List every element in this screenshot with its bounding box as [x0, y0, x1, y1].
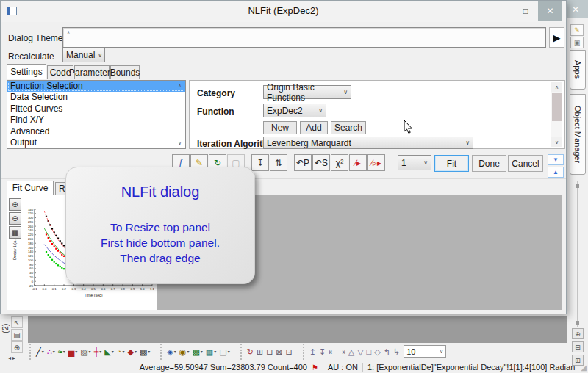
tab-parameters[interactable]: Parameters [74, 65, 110, 79]
chevron-down-icon[interactable]: ▾ [53, 345, 55, 358]
object-zoom-combo[interactable]: 10∨ [404, 345, 446, 358]
revert-p-icon[interactable]: ↶P [294, 154, 312, 171]
tab-settings[interactable]: Settings [7, 64, 46, 79]
close-button[interactable]: ✕ [538, 1, 562, 21]
pie-chart-icon[interactable]: ◔▾ [116, 345, 126, 358]
front-object-icon[interactable]: ↥ [309, 345, 317, 358]
chevron-down-icon[interactable]: ▾ [174, 345, 176, 358]
box-chart-icon[interactable]: ┿▾ [93, 345, 103, 358]
image-plot-icon[interactable]: ▦▾ [205, 345, 217, 358]
dock-splitter[interactable] [577, 181, 578, 327]
align-right-icon[interactable]: ⇥ [337, 345, 345, 358]
zoom-out-icon[interactable]: ⊖ [9, 212, 21, 225]
layer-arrange-icon[interactable]: ⊡ [285, 345, 293, 358]
chevron-down-icon[interactable]: ▾ [201, 345, 203, 358]
search-button[interactable]: Search [331, 121, 366, 134]
dock-expand-icon[interactable]: ⊞ [572, 355, 584, 366]
n-iterations-icon[interactable]: ∕▹▸ [368, 154, 385, 171]
scatter-plot-icon[interactable]: ∴▾ [46, 345, 56, 358]
sort-params-icon[interactable]: ↧ [251, 154, 269, 171]
chevron-down-icon[interactable]: ▾ [42, 345, 44, 358]
settings-item-find-x-y[interactable]: Find X/Y [7, 115, 185, 126]
one-iteration-icon[interactable]: ∕▸ [349, 154, 367, 171]
chevron-down-icon[interactable]: ▾ [228, 345, 230, 358]
chevron-down-icon[interactable]: ▾ [214, 345, 216, 358]
dock-zoom-icon[interactable]: ⊕ [572, 328, 584, 339]
revert-s-icon[interactable]: ↶S [312, 154, 330, 171]
chevron-down-icon[interactable]: ▾ [75, 345, 77, 358]
rotate-left-icon[interactable]: ↰ [383, 345, 391, 358]
zoom-tool-icon[interactable]: ⊕ [11, 341, 23, 353]
align-left-icon[interactable]: ⇤ [328, 345, 336, 358]
merge-graphs-icon[interactable]: ⊟ [265, 345, 273, 358]
scroll-up-icon[interactable]: ∧ [551, 82, 562, 92]
chevron-down-icon[interactable]: ▾ [122, 345, 124, 358]
align-top-icon[interactable]: △ [348, 345, 355, 358]
line-plot-icon[interactable]: ╱▾ [35, 345, 45, 358]
cancel-button[interactable]: Cancel [508, 155, 543, 172]
tab-fit-curve[interactable]: Fit Curve [7, 181, 54, 195]
pointer-tool-icon[interactable]: ↖ [11, 316, 23, 328]
chevron-down-icon[interactable]: ▾ [99, 345, 101, 358]
extract-layer-icon[interactable]: ⊠ [275, 345, 283, 358]
3d-colormap-plot-icon[interactable]: ◉▾ [179, 345, 190, 358]
fit-button[interactable]: Fit [434, 155, 469, 172]
theme-flyout-button[interactable]: ▶ [549, 27, 564, 48]
chevron-down-icon[interactable]: ▾ [187, 345, 189, 358]
iterations-count-combo[interactable]: 1 ∨ [398, 155, 431, 170]
add-button[interactable]: Add [300, 121, 328, 134]
chevron-down-icon[interactable]: ▾ [63, 345, 65, 358]
chi-sqr-icon[interactable]: χ² [331, 154, 348, 171]
blank-template-icon[interactable]: ▢▾ [218, 345, 230, 358]
rescale-axes-icon[interactable]: ▦ [9, 226, 21, 239]
chevron-down-icon[interactable]: ▾ [135, 345, 137, 358]
settings-item-output[interactable]: Output [7, 137, 185, 148]
scroll-down-icon[interactable]: ∨ [551, 137, 562, 147]
list-scroll-down[interactable]: ∨ [175, 139, 184, 148]
dialog-titlebar[interactable]: NLFit (ExpDec2) — □ ✕ [1, 1, 566, 22]
stock-plot-icon[interactable]: ◆▾ [126, 345, 137, 358]
main-window-close-button[interactable]: ✕ [563, 0, 588, 18]
tab-bounds[interactable]: Bounds [110, 65, 140, 79]
area-plot-icon[interactable]: ◣▾ [104, 345, 114, 358]
zoom-in-icon[interactable]: ⊕ [9, 198, 21, 211]
template-plot-icon[interactable]: ▨▾ [79, 345, 91, 358]
list-scroll-up[interactable]: ∧ [175, 82, 184, 90]
dock-collapse-icon[interactable]: ⊟ [572, 341, 584, 352]
side-tab-object-manager[interactable]: Object Manager [570, 94, 586, 175]
chevron-down-icon[interactable]: ▾ [89, 345, 91, 358]
rescale-graph-icon[interactable]: ↻ [246, 345, 254, 358]
panel-scrollbar[interactable]: ∧ ∨ [551, 82, 562, 147]
collapse-dialog-button[interactable]: ▼ [548, 154, 564, 165]
back-object-icon[interactable]: ↧ [318, 345, 326, 358]
function-combo[interactable]: ExpDec2 ∨ [263, 104, 326, 117]
settings-item-fitted-curves[interactable]: Fitted Curves [7, 104, 185, 115]
recalculate-combo[interactable]: Manual ∨ [62, 48, 105, 62]
align-bottom-icon[interactable]: ▽ [356, 345, 364, 358]
minimize-button[interactable]: — [492, 1, 512, 21]
settings-item-function-selection[interactable]: Function Selection [7, 81, 185, 92]
side-edit-icon[interactable]: ✎ [570, 24, 584, 36]
column-plot-icon[interactable]: ▅▾ [68, 345, 78, 358]
settings-item-data-selection[interactable]: Data Selection [7, 92, 185, 103]
line-symbol-plot-icon[interactable]: ≈▾ [57, 345, 66, 358]
iteration-algorithm-combo[interactable]: Levenberg Marquardt ∨ [263, 137, 473, 149]
3d-plot-icon[interactable]: ▩▾ [139, 345, 151, 358]
chevron-down-icon[interactable]: ▾ [112, 345, 114, 358]
3d-surface-plot-icon[interactable]: ◈▾ [166, 345, 176, 358]
dialog-theme-input[interactable]: * [62, 27, 546, 48]
maximize-button[interactable]: □ [515, 1, 536, 21]
side-tab-apps[interactable]: Apps [570, 50, 586, 90]
new-button[interactable]: New [263, 121, 297, 134]
done-button[interactable]: Done [472, 155, 506, 172]
category-combo[interactable]: Origin Basic Functions ∨ [263, 85, 351, 99]
add-layer-icon[interactable]: ⊞ [256, 345, 264, 358]
scrollbar-thumb[interactable] [552, 93, 562, 121]
contour-plot-icon[interactable]: ▩▾ [191, 345, 203, 358]
init-params-icon[interactable]: ⇅ [270, 154, 287, 171]
group-objects-icon[interactable]: □ [366, 345, 373, 358]
chevron-down-icon[interactable]: ▾ [148, 345, 150, 358]
rotate-right-icon[interactable]: ↳ [392, 345, 401, 358]
ruler-tool-icon[interactable]: ▤ [11, 329, 23, 341]
settings-item-advanced[interactable]: Advanced [7, 126, 185, 137]
